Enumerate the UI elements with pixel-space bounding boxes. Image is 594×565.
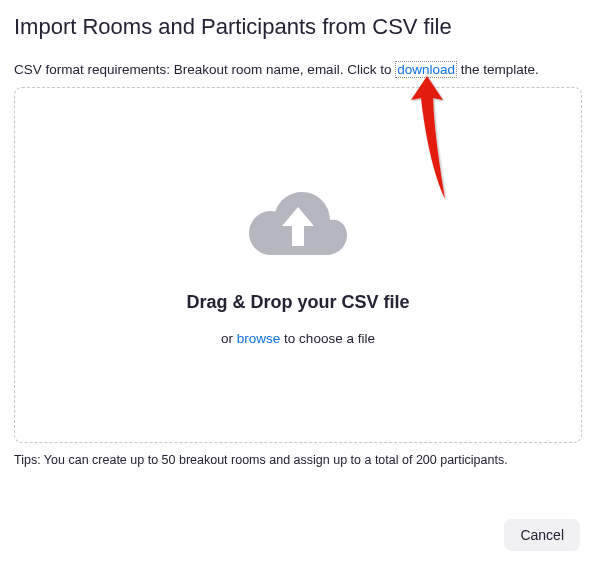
subtitle-suffix: the template.	[457, 62, 539, 77]
tips-text: Tips: You can create up to 50 breakout r…	[14, 453, 580, 467]
csv-format-hint: CSV format requirements: Breakout room n…	[14, 62, 580, 77]
download-template-link[interactable]: download	[395, 61, 457, 78]
page-title: Import Rooms and Participants from CSV f…	[14, 14, 580, 40]
dropzone-or: or	[221, 331, 237, 346]
cloud-upload-icon	[244, 184, 352, 264]
cancel-button[interactable]: Cancel	[504, 519, 580, 551]
csv-dropzone[interactable]: Drag & Drop your CSV file or browse to c…	[14, 87, 582, 443]
dropzone-suffix: to choose a file	[280, 331, 375, 346]
browse-link[interactable]: browse	[237, 331, 281, 346]
dropzone-subtext: or browse to choose a file	[221, 331, 375, 346]
dropzone-heading: Drag & Drop your CSV file	[186, 292, 409, 313]
subtitle-prefix: CSV format requirements: Breakout room n…	[14, 62, 395, 77]
